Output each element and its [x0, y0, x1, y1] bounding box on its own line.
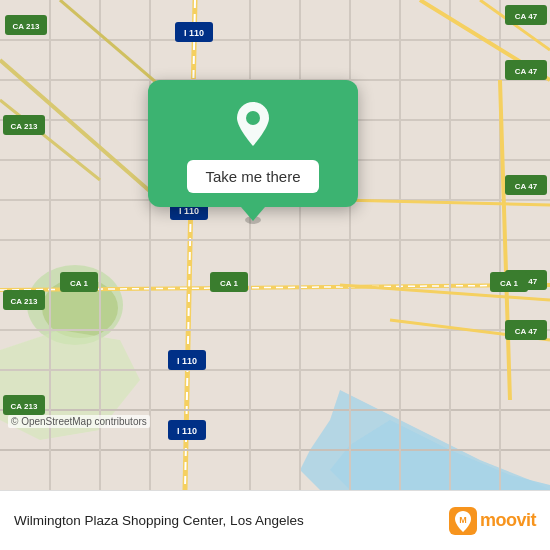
svg-text:I 110: I 110 [177, 426, 197, 436]
svg-text:CA 47: CA 47 [515, 182, 538, 191]
svg-text:I 110: I 110 [177, 356, 197, 366]
place-name: Wilmington Plaza Shopping Center, Los An… [14, 513, 439, 528]
svg-text:CA 1: CA 1 [70, 279, 88, 288]
svg-text:M: M [459, 515, 467, 525]
svg-text:CA 213: CA 213 [11, 297, 38, 306]
osm-credit: © OpenStreetMap contributors [8, 415, 150, 428]
svg-text:CA 213: CA 213 [13, 22, 40, 31]
svg-text:I 110: I 110 [184, 28, 204, 38]
take-me-there-button[interactable]: Take me there [187, 160, 318, 193]
svg-text:CA 47: CA 47 [515, 67, 538, 76]
moovit-logo: M moovit [449, 507, 536, 535]
popup-card: Take me there [148, 80, 358, 207]
map-container: I 110 I 110 I 110 I 110 I 110 CA 213 CA … [0, 0, 550, 490]
svg-text:CA 47: CA 47 [515, 12, 538, 21]
moovit-text-label: moovit [480, 510, 536, 531]
location-pin-icon [227, 98, 279, 150]
svg-point-73 [246, 111, 260, 125]
bottom-bar: Wilmington Plaza Shopping Center, Los An… [0, 490, 550, 550]
svg-text:CA 47: CA 47 [515, 327, 538, 336]
svg-text:CA 1: CA 1 [500, 279, 518, 288]
svg-text:CA 1: CA 1 [220, 279, 238, 288]
svg-text:CA 213: CA 213 [11, 402, 38, 411]
moovit-icon: M [449, 507, 477, 535]
location-icon-wrapper [227, 98, 279, 150]
svg-text:CA 213: CA 213 [11, 122, 38, 131]
svg-text:I 110: I 110 [179, 206, 199, 216]
